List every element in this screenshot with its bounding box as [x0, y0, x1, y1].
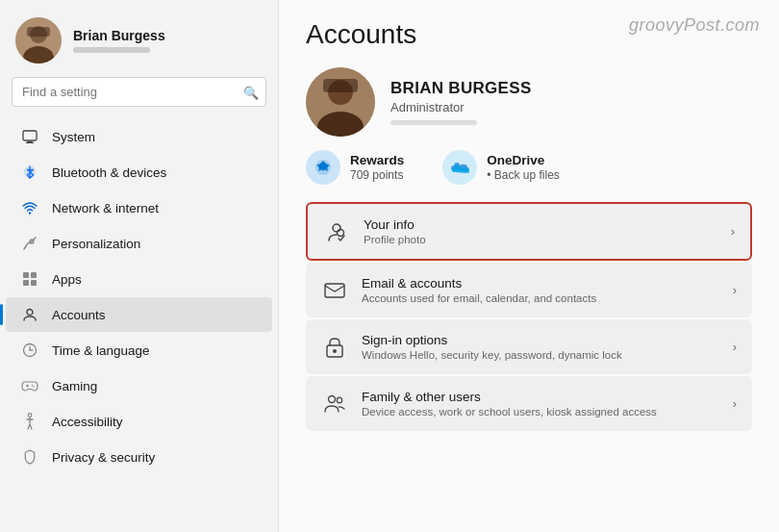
svg-point-18	[28, 414, 32, 418]
your-info-chevron: ›	[731, 224, 735, 239]
sidebar-item-label-bluetooth: Bluetooth & devices	[52, 165, 166, 180]
profile-name: BRIAN BURGESS	[390, 79, 532, 98]
family-icon	[321, 391, 348, 418]
sidebar-account-bar	[73, 47, 150, 53]
rewards-item[interactable]: Rewards 709 points	[306, 150, 404, 185]
bluetooth-icon	[21, 164, 38, 181]
profile-section: BRIAN BURGESS Administrator	[306, 67, 752, 137]
onedrive-icon	[442, 150, 477, 185]
sidebar-item-label-gaming: Gaming	[52, 379, 97, 393]
sidebar-item-label-personalization: Personalization	[52, 237, 140, 251]
svg-point-8	[29, 212, 31, 214]
rewards-icon	[306, 150, 340, 185]
sidebar-avatar	[15, 17, 62, 63]
svg-rect-13	[31, 280, 37, 286]
apps-icon	[21, 270, 38, 288]
sidebar-item-accessibility[interactable]: Accessibility	[6, 404, 272, 439]
rewards-text: Rewards 709 points	[350, 153, 404, 182]
family-title: Family & other users	[362, 390, 719, 404]
signin-icon	[321, 334, 348, 361]
svg-point-29	[329, 395, 336, 402]
email-chevron: ›	[733, 283, 737, 297]
email-text: Email & accounts Accounts used for email…	[362, 276, 719, 304]
svg-rect-26	[325, 284, 344, 297]
svg-rect-11	[31, 272, 37, 278]
sidebar-item-network[interactable]: Network & internet	[6, 190, 272, 225]
family-text: Family & other users Device access, work…	[362, 390, 719, 418]
settings-item-signin[interactable]: Sign-in options Windows Hello, security …	[306, 319, 752, 374]
onedrive-item[interactable]: OneDrive Back up files	[442, 150, 560, 185]
rewards-label: Rewards	[350, 153, 404, 167]
sidebar-item-label-network: Network & internet	[52, 201, 159, 215]
signin-sub: Windows Hello, security key, password, d…	[362, 349, 719, 361]
your-info-title: Your info	[364, 217, 717, 232]
settings-list: Your info Profile photo › Email & accoun…	[306, 202, 752, 431]
sidebar: Brian Burgess 🔍 System	[0, 0, 279, 532]
system-icon	[21, 128, 38, 145]
sidebar-item-bluetooth[interactable]: Bluetooth & devices	[6, 155, 272, 190]
svg-rect-6	[26, 142, 34, 143]
svg-point-24	[333, 224, 340, 232]
settings-item-your-info[interactable]: Your info Profile photo ›	[306, 202, 752, 261]
svg-point-16	[32, 384, 34, 386]
signin-text: Sign-in options Windows Hello, security …	[362, 333, 719, 361]
profile-info: BRIAN BURGESS Administrator	[390, 79, 532, 125]
sidebar-item-personalization[interactable]: Personalization	[6, 226, 272, 261]
watermark: groovyPost.com	[629, 15, 760, 36]
sidebar-item-label-system: System	[52, 130, 95, 144]
profile-avatar	[306, 67, 375, 137]
privacy-icon	[21, 448, 38, 466]
svg-point-30	[337, 397, 342, 403]
personalization-icon	[21, 235, 38, 252]
rewards-sub: 709 points	[350, 168, 404, 182]
svg-rect-3	[27, 27, 50, 37]
family-sub: Device access, work or school users, kio…	[362, 406, 719, 418]
sidebar-nav: System Bluetooth & devices Network & i	[0, 114, 278, 532]
profile-role: Administrator	[390, 100, 532, 114]
svg-point-14	[27, 310, 33, 316]
your-info-sub: Profile photo	[364, 234, 717, 245]
settings-item-email[interactable]: Email & accounts Accounts used for email…	[306, 263, 752, 317]
settings-item-family[interactable]: Family & other users Device access, work…	[306, 376, 752, 431]
signin-chevron: ›	[733, 340, 737, 354]
sidebar-user-profile[interactable]: Brian Burgess	[0, 0, 278, 77]
main-content: groovyPost.com Accounts BRIAN BURGESS Ad…	[279, 0, 779, 532]
sidebar-item-label-apps: Apps	[52, 272, 82, 287]
sidebar-item-system[interactable]: System	[6, 119, 272, 154]
svg-point-28	[333, 349, 337, 353]
email-title: Email & accounts	[362, 276, 719, 291]
sidebar-item-label-time: Time & language	[52, 343, 150, 358]
email-sub: Accounts used for email, calendar, and c…	[362, 292, 719, 304]
accounts-icon	[21, 306, 38, 323]
sidebar-item-label-accessibility: Accessibility	[52, 415, 123, 429]
network-icon	[21, 199, 38, 216]
sidebar-item-gaming[interactable]: Gaming	[6, 368, 272, 403]
family-chevron: ›	[733, 396, 737, 411]
gaming-icon	[21, 377, 38, 394]
your-info-text: Your info Profile photo	[364, 217, 717, 245]
your-info-icon	[323, 218, 350, 245]
email-icon	[321, 277, 348, 304]
sidebar-item-privacy[interactable]: Privacy & security	[6, 440, 272, 474]
svg-rect-12	[23, 280, 29, 286]
sidebar-search-container: 🔍	[12, 77, 266, 107]
search-icon: 🔍	[243, 85, 259, 99]
sidebar-username: Brian Burgess	[73, 28, 165, 43]
search-input[interactable]	[12, 77, 266, 107]
signin-title: Sign-in options	[362, 333, 719, 347]
accessibility-icon	[21, 413, 38, 430]
sidebar-item-label-privacy: Privacy & security	[52, 450, 155, 465]
onedrive-sub: Back up files	[487, 168, 560, 182]
svg-rect-10	[23, 272, 29, 278]
onedrive-text: OneDrive Back up files	[487, 153, 560, 182]
svg-point-17	[33, 386, 35, 388]
sidebar-item-apps[interactable]: Apps	[6, 262, 272, 296]
profile-role-bar	[390, 120, 477, 125]
svg-rect-4	[23, 131, 37, 140]
svg-rect-22	[323, 79, 358, 92]
sidebar-item-time[interactable]: Time & language	[6, 333, 272, 367]
onedrive-label: OneDrive	[487, 153, 560, 167]
rewards-section: Rewards 709 points OneDrive Back up file…	[306, 150, 752, 185]
sidebar-item-accounts[interactable]: Accounts	[6, 297, 272, 332]
sidebar-item-label-accounts: Accounts	[52, 308, 106, 322]
